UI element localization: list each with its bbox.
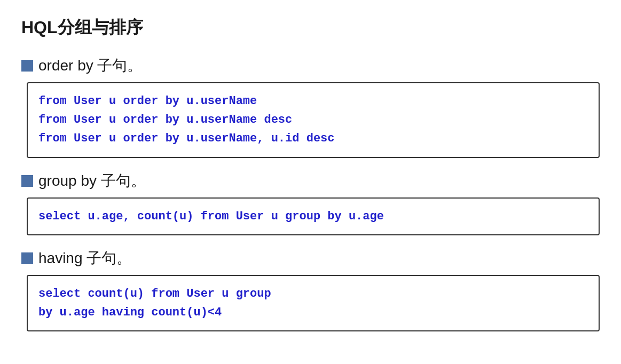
bullet-icon-having [21,252,33,264]
code-block-order-by: from User u order by u.userNamefrom User… [27,82,600,158]
code-block-group-by: select u.age, count(u) from User u group… [27,197,600,235]
section-heading-having: having 子句。 [21,248,600,268]
heading-text-group-by: group by 子句。 [38,171,146,191]
bullet-icon-group-by [21,175,33,187]
section-order-by: order by 子句。from User u order by u.userN… [21,56,600,158]
bullet-icon-order-by [21,60,33,72]
page-title: HQL分组与排序 [21,16,600,39]
code-line: select u.age, count(u) from User u group… [38,207,588,226]
section-group-by: group by 子句。select u.age, count(u) from … [21,171,600,235]
section-heading-group-by: group by 子句。 [21,171,600,191]
section-having: having 子句。select count(u) from User u gr… [21,248,600,331]
heading-text-order-by: order by 子句。 [38,56,143,76]
code-line: select count(u) from User u group [38,284,588,303]
code-line: from User u order by u.userName desc [38,110,588,129]
heading-text-having: having 子句。 [38,248,131,268]
section-heading-order-by: order by 子句。 [21,56,600,76]
code-line: by u.age having count(u)<4 [38,303,588,322]
code-line: from User u order by u.userName [38,92,588,110]
code-block-having: select count(u) from User u groupby u.ag… [27,275,600,331]
code-line: from User u order by u.userName, u.id de… [38,129,588,148]
